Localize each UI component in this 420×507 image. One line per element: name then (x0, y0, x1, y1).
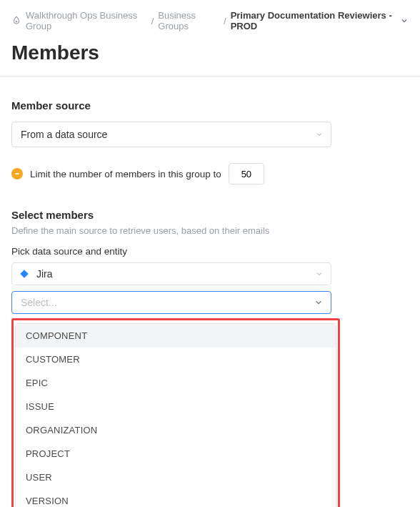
data-source-value: Jira (36, 268, 53, 280)
entity-option-organization[interactable]: ORGANIZATION (16, 418, 336, 442)
breadcrumb-link-root[interactable]: Walkthrough Ops Business Group (26, 10, 147, 31)
breadcrumb-current[interactable]: Primary Documentation Reviewiers - PROD (231, 10, 396, 31)
chevron-down-icon (315, 130, 324, 139)
select-members-hint: Define the main source to retrieve users… (11, 225, 409, 236)
entity-option-customer[interactable]: CUSTOMER (16, 348, 336, 371)
member-source-select[interactable]: From a data source (11, 122, 331, 147)
entity-option-epic[interactable]: EPIC (16, 371, 336, 395)
entity-select[interactable] (11, 291, 331, 314)
data-source-select[interactable]: Jira (11, 262, 331, 285)
chevron-down-icon (315, 270, 324, 278)
page-title: Members (11, 41, 409, 64)
entity-dropdown-panel: COMPONENT CUSTOMER EPIC ISSUE ORGANIZATI… (15, 323, 336, 507)
svg-point-0 (16, 21, 17, 22)
jira-icon (19, 269, 29, 279)
svg-rect-2 (20, 270, 29, 278)
limit-toggle-icon[interactable] (11, 168, 23, 179)
breadcrumb-separator: / (151, 16, 154, 26)
pick-data-source-label: Pick data source and entity (11, 246, 409, 257)
app-logo-icon (11, 16, 21, 26)
entity-select-input[interactable] (19, 296, 309, 309)
entity-option-issue[interactable]: ISSUE (16, 395, 336, 418)
entity-option-user[interactable]: USER (16, 466, 336, 489)
breadcrumb: Walkthrough Ops Business Group / Busines… (0, 0, 420, 39)
entity-dropdown-highlight: COMPONENT CUSTOMER EPIC ISSUE ORGANIZATI… (11, 318, 340, 507)
limit-input[interactable] (229, 163, 264, 184)
breadcrumb-separator: / (224, 16, 226, 26)
entity-option-version[interactable]: VERSION (16, 489, 336, 507)
entity-option-component[interactable]: COMPONENT (16, 324, 336, 348)
limit-label: Limit the number of members in this grou… (30, 169, 221, 179)
breadcrumb-link-groups[interactable]: Business Groups (158, 10, 219, 31)
chevron-down-icon (314, 297, 324, 307)
member-source-heading: Member source (11, 99, 409, 112)
entity-option-project[interactable]: PROJECT (16, 442, 336, 466)
chevron-down-icon[interactable] (400, 16, 409, 25)
select-members-heading: Select members (11, 209, 409, 221)
member-source-value: From a data source (21, 129, 107, 140)
